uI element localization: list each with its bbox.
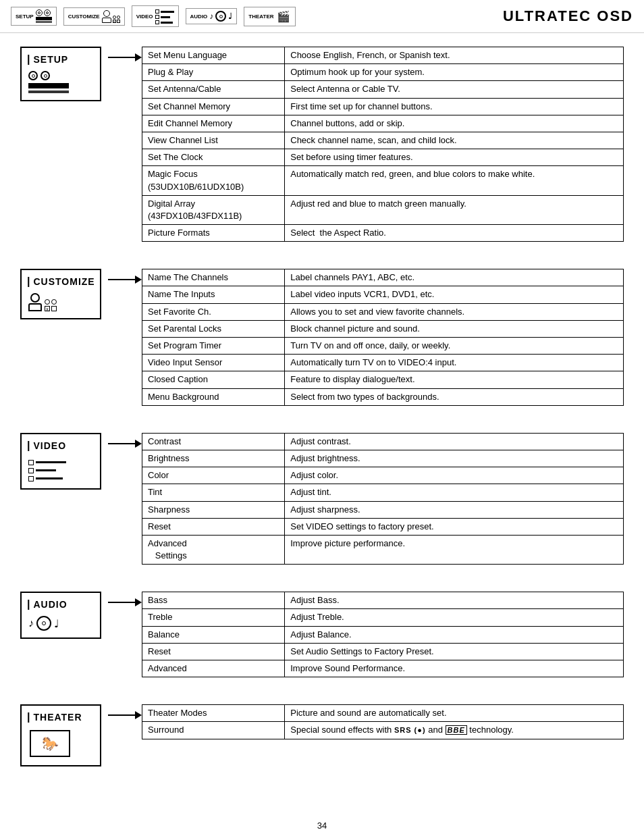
table-row: Brightness Adjust brightness. [142, 450, 624, 467]
menu-item-desc: Adjust Bass. [285, 592, 624, 609]
menu-item-name: Plug & Play [142, 64, 285, 81]
setup-icon-inner [27, 70, 70, 95]
menu-item-desc: Select Antenna or Cable TV. [285, 81, 624, 98]
audio-icon-label: AUDIO [190, 14, 208, 20]
menu-item-name: Name The Channels [142, 269, 285, 286]
theater-icon-label: THEATER [248, 14, 273, 20]
theater-icon-inner: 🐎 [27, 727, 73, 760]
table-row: Magic Focus(53UDX10B/61UDX10B) Automatic… [142, 166, 624, 195]
table-row: Set Menu Language Choose English, French… [142, 47, 624, 64]
menu-item-desc: Adjust brightness. [285, 450, 624, 467]
menu-item-name: Reset [142, 643, 285, 660]
menu-item-name: Bass [142, 592, 285, 609]
menu-item-desc: Adjust Treble. [285, 609, 624, 626]
menu-item-desc: Set before using timer features. [285, 149, 624, 166]
menu-item-name: Name The Inputs [142, 286, 285, 303]
menu-item-desc: Choose English, French, or Spanish text. [285, 47, 624, 64]
menu-item-name: Theater Modes [142, 705, 285, 722]
table-row: View Channel List Check channel name, sc… [142, 132, 624, 149]
menu-item-desc: Channel buttons, add or skip. [285, 115, 624, 132]
table-row: Treble Adjust Treble. [142, 609, 624, 626]
menu-item-desc: Block channel picture and sound. [285, 320, 624, 337]
table-row: Advanced Settings Improve picture perfor… [142, 535, 624, 564]
menu-item-name: Picture Formats [142, 225, 285, 242]
page-title: ULTRATEC OSD [503, 7, 633, 25]
theater-arrow [108, 704, 142, 719]
menu-item-desc: Check channel name, scan, and child lock… [285, 132, 624, 149]
customize-icon-inner: x [27, 292, 58, 313]
menu-item-name: Contrast [142, 433, 285, 450]
menu-item-desc: Select from two types of backgrounds. [285, 388, 624, 405]
video-icon-label: VIDEO [136, 14, 153, 20]
menu-item-desc: Automatically turn TV on to VIDEO:4 inpu… [285, 355, 624, 371]
table-row: Balance Adjust Balance. [142, 626, 624, 643]
audio-menu-table: Bass Adjust Bass. Treble Adjust Treble. … [142, 592, 624, 677]
audio-note-left: ♪ [28, 617, 34, 629]
table-row: Tint Adjust tint. [142, 484, 624, 501]
menu-item-name: Set The Clock [142, 149, 285, 166]
table-row: Surround Special sound effects with SRS … [142, 722, 624, 739]
audio-icon-box: AUDIO ♪ ♩ [20, 592, 101, 639]
audio-section: AUDIO ♪ ♩ Bass Adjust Bass. Treble [20, 592, 624, 677]
menu-item-name: Menu Background [142, 388, 285, 405]
menu-item-desc: Adjust contrast. [285, 433, 624, 450]
menu-item-desc: Automatically match red, green, and blue… [285, 166, 624, 195]
customize-label: CUSTOMIZE [27, 276, 95, 288]
table-row: Name The Inputs Label video inputs VCR1,… [142, 286, 624, 303]
table-row: Video Input Sensor Automatically turn TV… [142, 355, 624, 371]
main-content: SETUP Set Menu Language Choose English, … [0, 33, 644, 807]
customize-arrow [108, 269, 142, 284]
table-row: Plug & Play Optimum hook up for your sys… [142, 64, 624, 81]
menu-item-desc: Feature to display dialogue/text. [285, 371, 624, 388]
table-row: Theater Modes Picture and sound are auto… [142, 705, 624, 722]
video-icon-box: VIDEO [20, 433, 101, 490]
header-customize-icon: CUSTOMIZE x [63, 7, 125, 26]
menu-item-name: Set Menu Language [142, 47, 285, 64]
theater-label: THEATER [27, 711, 82, 723]
menu-item-desc: Improve Sound Performance. [285, 660, 624, 677]
customize-icon-label: CUSTOMIZE [68, 14, 100, 20]
setup-icon-box: SETUP [20, 47, 101, 101]
video-label: VIDEO [27, 440, 66, 452]
table-row: Set Parental Locks Block channel picture… [142, 320, 624, 337]
audio-icon-inner: ♪ ♩ [27, 615, 61, 632]
menu-item-name: Surround [142, 722, 285, 739]
video-section: VIDEO [20, 433, 624, 565]
menu-item-desc: Optimum hook up for your system. [285, 64, 624, 81]
menu-item-desc: Improve picture performance. [285, 535, 624, 564]
menu-item-name: Set Favorite Ch. [142, 303, 285, 320]
setup-label: SETUP [27, 53, 68, 66]
theater-icon-box: THEATER 🐎 [20, 704, 101, 766]
customize-menu-table: Name The Channels Label channels PAY1, A… [142, 269, 624, 406]
menu-item-name: Tint [142, 484, 285, 501]
table-row: Edit Channel Memory Channel buttons, add… [142, 115, 624, 132]
table-row: Set Favorite Ch. Allows you to set and v… [142, 303, 624, 320]
table-row: Set Program Timer Turn TV on and off onc… [142, 338, 624, 355]
menu-item-name: Color [142, 467, 285, 484]
table-row: Reset Set Audio Settings to Factory Pres… [142, 643, 624, 660]
table-row: Color Adjust color. [142, 467, 624, 484]
setup-circle-left [28, 71, 38, 80]
setup-menu-table: Set Menu Language Choose English, French… [142, 47, 624, 242]
setup-rect [28, 90, 69, 93]
menu-item-desc: Label channels PAY1, ABC, etc. [285, 269, 624, 286]
menu-item-desc: Select the Aspect Ratio. [285, 225, 624, 242]
customize-controls: x [45, 299, 57, 311]
audio-label: AUDIO [27, 598, 68, 610]
menu-item-name: Video Input Sensor [142, 355, 285, 371]
menu-item-name: Sharpness [142, 501, 285, 518]
setup-section: SETUP Set Menu Language Choose English, … [20, 47, 624, 242]
table-row: Sharpness Adjust sharpness. [142, 501, 624, 518]
header-setup-icon: SETUP [11, 7, 57, 26]
menu-item-desc: Adjust tint. [285, 484, 624, 501]
table-row: Set The Clock Set before using timer fea… [142, 149, 624, 166]
menu-item-name: Edit Channel Memory [142, 115, 285, 132]
menu-item-desc: Set Audio Settings to Factory Preset. [285, 643, 624, 660]
audio-disc [36, 616, 51, 631]
menu-item-desc: Allows you to set and view favorite chan… [285, 303, 624, 320]
menu-item-desc: Turn TV on and off once, daily, or weekl… [285, 338, 624, 355]
header-video-icon: VIDEO [132, 5, 179, 27]
header-theater-icon: THEATER 🎬 [244, 7, 295, 26]
menu-item-name: Set Program Timer [142, 338, 285, 355]
table-row: Digital Array(43FDX10B/43FDX11B) Adjust … [142, 195, 624, 224]
